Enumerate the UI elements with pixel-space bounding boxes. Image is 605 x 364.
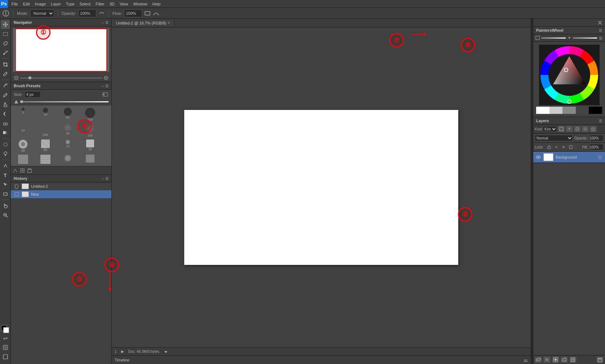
canvas-viewport[interactable] xyxy=(112,27,531,347)
history-collapse[interactable]: – xyxy=(102,177,104,181)
layers-header[interactable]: Layers ☰ xyxy=(533,117,605,125)
menu-view[interactable]: View xyxy=(118,1,131,7)
brush-item[interactable] xyxy=(35,154,56,165)
navigator-collapse[interactable]: – xyxy=(102,21,104,25)
history-item-new[interactable]: New xyxy=(11,190,111,198)
status-arrow-icon[interactable] xyxy=(164,350,168,354)
layer-filter-type[interactable]: T xyxy=(566,126,573,132)
layers-fx-btn[interactable]: fx xyxy=(543,356,551,363)
swatch-light-gray[interactable] xyxy=(549,107,563,114)
quick-mask-btn[interactable] xyxy=(1,343,10,352)
background-color[interactable] xyxy=(3,327,9,333)
blur-tool[interactable] xyxy=(1,140,10,149)
menu-window[interactable]: Window xyxy=(131,1,149,7)
swatch-white[interactable] xyxy=(536,107,549,114)
tab-close[interactable]: × xyxy=(168,21,170,25)
layer-item-background[interactable]: Background xyxy=(533,152,605,163)
brush-item[interactable]: 100 xyxy=(79,107,101,122)
layers-menu[interactable]: ☰ xyxy=(599,119,602,123)
eraser-tool[interactable] xyxy=(1,119,10,128)
brush-item[interactable]: 80 xyxy=(57,107,79,122)
menu-file[interactable]: File xyxy=(9,1,20,7)
navigator-header[interactable]: Navigator – ☰ xyxy=(11,19,111,26)
flow-input[interactable] xyxy=(124,9,142,17)
menu-help[interactable]: Help xyxy=(150,1,163,7)
brush-panel-header[interactable]: Brush Presets – ☰ xyxy=(11,82,111,90)
kind-select[interactable]: Kind xyxy=(543,126,557,132)
brush-size-input[interactable] xyxy=(25,91,41,98)
swatch-black[interactable] xyxy=(589,107,602,114)
blend-mode-select[interactable]: Normal xyxy=(535,135,573,141)
layers-mask-btn[interactable] xyxy=(552,356,559,363)
color-panel-header[interactable]: PaintersWheel ☰ xyxy=(533,27,605,34)
lasso-tool[interactable] xyxy=(1,39,10,48)
brush-item[interactable]: 19 xyxy=(35,107,56,122)
fg-bg-colors[interactable] xyxy=(1,325,10,334)
brush-item[interactable]: 246 xyxy=(35,123,56,138)
spot-heal-tool[interactable] xyxy=(1,81,10,90)
type-tool[interactable]: T xyxy=(1,171,10,179)
brush-item[interactable]: 100 xyxy=(79,123,101,138)
hardness-slider[interactable] xyxy=(20,101,109,102)
swatch-dark-gray[interactable] xyxy=(576,107,589,114)
brush-item[interactable]: 80 xyxy=(35,139,56,153)
eyedropper-tool[interactable] xyxy=(1,70,10,78)
brush-history-icon[interactable] xyxy=(12,168,18,173)
nav-zoom-slider[interactable] xyxy=(20,77,102,79)
layer-filter-shape[interactable] xyxy=(574,126,581,132)
clone-stamp-tool[interactable] xyxy=(1,100,10,109)
lock-pixels-btn[interactable] xyxy=(553,144,559,150)
path-select-tool[interactable] xyxy=(1,180,10,189)
brush-item[interactable]: 20 xyxy=(12,123,34,138)
dodge-tool[interactable] xyxy=(1,150,10,158)
brush-collapse[interactable]: – xyxy=(102,84,104,88)
screen-mode-btn[interactable] xyxy=(1,352,10,361)
mode-select[interactable]: Normal xyxy=(30,9,54,17)
navigator-menu[interactable]: ☰ xyxy=(105,21,109,25)
brush-item[interactable] xyxy=(57,154,79,165)
brush-new-icon[interactable] xyxy=(19,168,25,173)
layer-filter-pixel[interactable] xyxy=(558,126,565,132)
hand-tool[interactable] xyxy=(1,201,10,210)
zoom-tool[interactable] xyxy=(1,211,10,219)
brush-tool[interactable] xyxy=(1,91,10,99)
history-item-untitled[interactable]: Untitled-2 xyxy=(11,182,111,190)
menu-type[interactable]: Type xyxy=(64,1,77,7)
brush-item[interactable] xyxy=(79,154,101,165)
page-nav-icon[interactable] xyxy=(120,349,125,355)
history-brush-tool[interactable] xyxy=(1,110,10,118)
history-menu[interactable]: ☰ xyxy=(105,177,109,181)
lock-transparent-btn[interactable] xyxy=(546,144,552,150)
color-options-icon[interactable] xyxy=(599,36,603,40)
layers-delete-btn[interactable] xyxy=(596,356,604,363)
menu-select[interactable]: Select xyxy=(78,1,93,7)
menu-3d[interactable]: 3D xyxy=(107,1,117,7)
magic-wand-tool[interactable] xyxy=(1,48,10,57)
swap-colors-icon[interactable] xyxy=(3,336,8,341)
menu-edit[interactable]: Edit xyxy=(21,1,32,7)
crop-tool[interactable] xyxy=(1,60,10,69)
gradient-tool[interactable] xyxy=(1,128,10,137)
opacity-value[interactable] xyxy=(589,135,604,141)
layers-new-btn[interactable] xyxy=(569,356,577,363)
color-menu[interactable]: ☰ xyxy=(599,28,602,32)
layers-group-btn[interactable] xyxy=(561,356,568,363)
swatch-mid-gray[interactable] xyxy=(562,107,576,114)
brush-menu[interactable]: ☰ xyxy=(105,84,109,88)
color-wheel[interactable] xyxy=(539,45,600,105)
layer-filter-smart[interactable] xyxy=(582,126,589,132)
timeline-collapse-icon[interactable] xyxy=(524,358,528,362)
brush-delete-icon[interactable] xyxy=(27,168,32,173)
brush-preset-menu-icon[interactable] xyxy=(102,91,109,98)
document-tab[interactable]: Untitled-2 @ 16.7% (RGB/8) × xyxy=(112,20,175,26)
brush-item[interactable]: 35 xyxy=(79,139,101,153)
layer-filter-effect[interactable] xyxy=(589,126,597,132)
menu-image[interactable]: Image xyxy=(33,1,48,7)
color-slider-2[interactable] xyxy=(573,37,597,39)
rectangle-select-tool[interactable] xyxy=(1,30,10,38)
brush-item[interactable]: 40 xyxy=(57,123,79,138)
panel-close-icon[interactable] xyxy=(597,20,603,26)
fill-value[interactable] xyxy=(589,144,604,150)
history-header[interactable]: History – ☰ xyxy=(11,175,111,182)
shape-tool[interactable] xyxy=(1,190,10,198)
